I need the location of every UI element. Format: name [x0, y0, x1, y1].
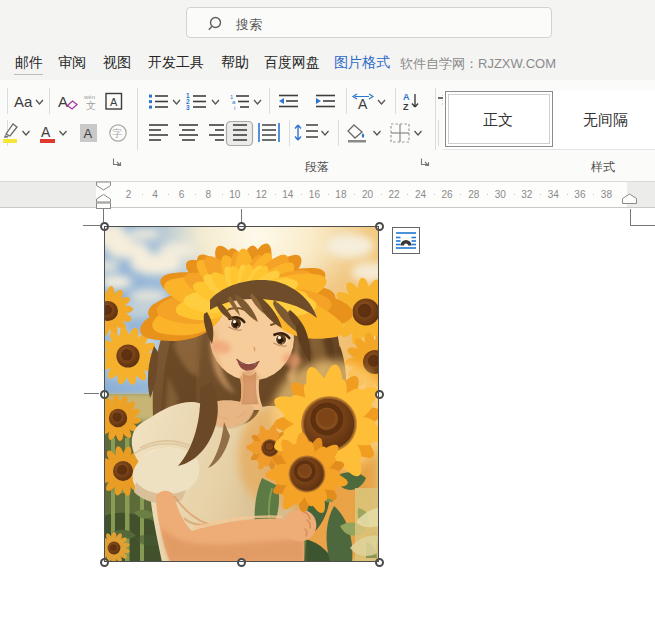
svg-text:i: i	[234, 105, 235, 111]
svg-text:A: A	[41, 124, 51, 140]
svg-text:Z: Z	[403, 102, 409, 112]
svg-text:3: 3	[186, 104, 190, 111]
svg-text:A: A	[84, 126, 93, 141]
svg-text:文: 文	[86, 100, 96, 111]
svg-text:A: A	[403, 92, 410, 102]
svg-text:Aa: Aa	[14, 93, 33, 110]
svg-text:A: A	[58, 93, 68, 110]
svg-text:A: A	[110, 96, 118, 108]
svg-text:A: A	[358, 96, 368, 112]
svg-text:字: 字	[113, 128, 123, 139]
